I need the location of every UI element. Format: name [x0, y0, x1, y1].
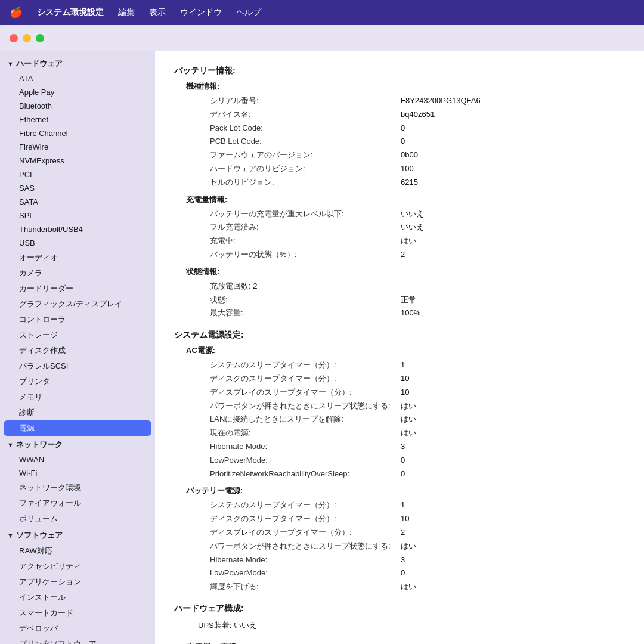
hardware-section: ▼ ハードウェア ATA Apple Pay Bluetooth Etherne… [0, 56, 155, 436]
hardware-rev-label: ハードウェアのリビジョン: [210, 163, 401, 175]
ac-lowpower-row: LowPowerMode: 0 [186, 454, 625, 467]
main-window: ▼ ハードウェア ATA Apple Pay Bluetooth Etherne… [0, 25, 644, 644]
charging-row: 充電中: はい [186, 234, 625, 248]
detail-panel: バッテリー情報: 機種情報: シリアル番号: F8Y243200PG13QFA6… [155, 51, 644, 644]
ac-prioritize-label: PrioritizeNetworkReachabilityOverSleep: [210, 468, 401, 481]
sidebar-item-ata[interactable]: ATA [0, 72, 155, 85]
software-section-header[interactable]: ▼ ソフトウェア [0, 528, 155, 543]
device-label: デバイス名: [210, 109, 401, 121]
bat-hibernate-value: 3 [401, 554, 405, 566]
hardware-section-header[interactable]: ▼ ハードウェア [0, 56, 155, 72]
pcb-lot-row: PCB Lot Code: 0 [186, 135, 625, 148]
max-capacity-value: 100% [401, 307, 420, 320]
sidebar-item-spi[interactable]: SPI [0, 209, 155, 222]
sidebar-item-fibrechannel[interactable]: Fibre Channel [0, 126, 155, 140]
bat-hibernate-row: Hibernate Mode: 3 [186, 553, 625, 567]
sidebar-item-printer-software[interactable]: プリンタソフトウェア [0, 636, 155, 644]
sidebar-item-diagnostics[interactable]: 診断 [0, 405, 155, 420]
bat-brightness-value: はい [401, 581, 416, 593]
charge-info-title: 充電量情報: [186, 194, 625, 205]
sidebar-item-controller[interactable]: コントローラ [0, 312, 155, 327]
serial-label: シリアル番号: [210, 95, 401, 107]
ups-row: UPS装着: いいえ [186, 619, 625, 633]
menu-help[interactable]: ヘルプ [236, 7, 261, 18]
network-section-header[interactable]: ▼ ネットワーク [0, 437, 155, 453]
network-section: ▼ ネットワーク WWAN Wi-Fi ネットワーク環境 ファイアウォール ボリ… [0, 437, 155, 527]
sidebar-item-graphics[interactable]: グラフィックス/ディスプレイ [0, 296, 155, 312]
sidebar-item-camera[interactable]: カメラ [0, 265, 155, 281]
sidebar-item-sata[interactable]: SATA [0, 195, 155, 209]
apple-menu[interactable]: 🍎 [10, 6, 23, 19]
sidebar-item-volumes[interactable]: ボリューム [0, 511, 155, 527]
firmware-label: ファームウェアのバージョン: [210, 149, 401, 162]
maximize-button[interactable] [36, 34, 44, 42]
ac-hibernate-row: Hibernate Mode: 3 [186, 440, 625, 454]
sidebar-item-printer[interactable]: プリンタ [0, 374, 155, 389]
sidebar-item-parallel-scsi[interactable]: パラレルSCSI [0, 358, 155, 374]
sidebar-item-pci[interactable]: PCI [0, 168, 155, 181]
ac-power-button-value: はい [401, 400, 416, 413]
sidebar-item-power[interactable]: 電源 [4, 420, 151, 436]
charge-critical-value: いいえ [401, 208, 424, 221]
sidebar-item-raw[interactable]: RAW対応 [0, 543, 155, 559]
close-button[interactable] [10, 34, 18, 42]
bat-display-sleep-label: ディスプレイのスリープタイマー（分）: [210, 527, 401, 539]
sidebar-item-firewire[interactable]: FireWire [0, 140, 155, 154]
device-value: bq40z651 [401, 109, 435, 121]
sidebar-item-network-env[interactable]: ネットワーク環境 [0, 480, 155, 496]
sidebar-item-wifi[interactable]: Wi-Fi [0, 466, 155, 480]
discharge-count-row: 充放電回数: 2 [186, 280, 625, 293]
battery-info-title: バッテリー情報: [174, 66, 625, 76]
sidebar-item-smartcard[interactable]: スマートカード [0, 605, 155, 621]
bat-display-sleep-value: 2 [401, 527, 405, 539]
minimize-button[interactable] [23, 34, 31, 42]
bat-system-sleep-value: 1 [401, 499, 405, 512]
battery-state-value: 2 [401, 249, 405, 261]
sidebar-item-usb[interactable]: USB [0, 236, 155, 250]
software-section: ▼ ソフトウェア RAW対応 アクセシビリティ アプリケーション インストール … [0, 528, 155, 644]
bat-disk-sleep-row: ディスクのスリープタイマー（分）: 10 [186, 512, 625, 526]
sidebar-item-memory[interactable]: メモリ [0, 389, 155, 405]
menu-view[interactable]: 表示 [149, 7, 166, 18]
charge-critical-row: バッテリーの充電量が重大レベル以下: いいえ [186, 208, 625, 221]
bat-lowpower-row: LowPowerMode: 0 [186, 566, 625, 580]
ac-lan-wake-value: はい [401, 413, 416, 426]
sidebar-item-nvmexpress[interactable]: NVMExpress [0, 154, 155, 168]
sidebar-item-sas[interactable]: SAS [0, 181, 155, 195]
state-value: 正常 [401, 294, 416, 306]
sidebar-item-thunderbolt[interactable]: Thunderbolt/USB4 [0, 222, 155, 236]
sidebar-item-developer[interactable]: デベロッパ [0, 621, 155, 636]
bat-lowpower-value: 0 [401, 567, 405, 580]
ac-power-title: AC電源: [186, 345, 625, 356]
status-info-title: 状態情報: [186, 267, 625, 277]
ac-lan-wake-row: LANに接続したときにスリープを解除: はい [186, 413, 625, 426]
sidebar: ▼ ハードウェア ATA Apple Pay Bluetooth Etherne… [0, 51, 155, 644]
sidebar-item-ethernet[interactable]: Ethernet [0, 113, 155, 126]
sidebar-item-storage[interactable]: ストレージ [0, 327, 155, 343]
sidebar-item-cardreader[interactable]: カードリーダー [0, 281, 155, 296]
charging-value: はい [401, 235, 416, 247]
sidebar-item-applepay[interactable]: Apple Pay [0, 85, 155, 99]
state-label: 状態: [210, 294, 401, 306]
sidebar-item-install[interactable]: インストール [0, 590, 155, 605]
bat-system-sleep-label: システムのスリープタイマー（分）: [210, 499, 401, 512]
sidebar-item-applications[interactable]: アプリケーション [0, 574, 155, 590]
bat-hibernate-label: Hibernate Mode: [210, 554, 401, 566]
menu-edit[interactable]: 編集 [118, 7, 135, 18]
menu-window[interactable]: ウインドウ [180, 7, 222, 18]
pack-lot-value: 0 [401, 122, 405, 135]
cell-rev-label: セルのリビジョン: [210, 177, 401, 189]
sidebar-item-firewall[interactable]: ファイアウォール [0, 496, 155, 511]
pcb-lot-value: 0 [401, 135, 405, 148]
sidebar-item-bluetooth[interactable]: Bluetooth [0, 99, 155, 113]
titlebar [0, 25, 644, 51]
firmware-value: 0b00 [401, 149, 418, 162]
menu-system-prefs[interactable]: システム環境設定 [37, 7, 104, 18]
sidebar-item-wwan[interactable]: WWAN [0, 453, 155, 466]
sidebar-item-disc-burning[interactable]: ディスク作成 [0, 343, 155, 358]
sidebar-item-audio[interactable]: オーディオ [0, 250, 155, 265]
ac-current-power-label: 現在の電源: [210, 427, 401, 439]
bat-lowpower-label: LowPowerMode: [210, 567, 401, 580]
ac-current-power-value: はい [401, 427, 416, 439]
sidebar-item-accessibility[interactable]: アクセシビリティ [0, 559, 155, 574]
